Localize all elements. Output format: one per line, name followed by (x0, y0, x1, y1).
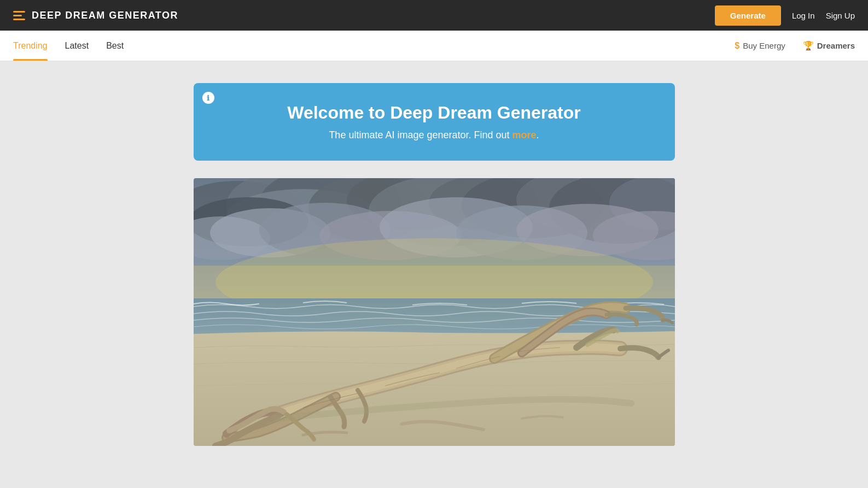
welcome-title: Welcome to Deep Dream Generator (220, 103, 649, 123)
logo-area: DEEP DREAM GENERATOR (13, 10, 178, 21)
tab-best[interactable]: Best (106, 31, 124, 61)
dreamers-link[interactable]: 🏆 Dreamers (803, 40, 855, 51)
info-icon: ℹ (202, 92, 214, 104)
more-link[interactable]: more (512, 130, 537, 140)
trophy-icon: 🏆 (803, 40, 814, 51)
welcome-banner: ℹ Welcome to Deep Dream Generator The ul… (194, 83, 675, 161)
generate-button[interactable]: Generate (715, 5, 781, 26)
welcome-subtitle: The ultimate AI image generator. Find ou… (220, 130, 649, 141)
signup-link[interactable]: Sign Up (826, 11, 855, 20)
hero-image-container (194, 178, 675, 446)
secondary-nav: Trending Latest Best $ Buy Energy 🏆 Drea… (0, 31, 868, 61)
main-content: ℹ Welcome to Deep Dream Generator The ul… (0, 61, 868, 468)
buy-energy-link[interactable]: $ Buy Energy (735, 41, 785, 51)
dollar-icon: $ (735, 41, 739, 51)
hamburger-menu-icon[interactable] (13, 11, 25, 20)
nav-right: Generate Log In Sign Up (715, 5, 855, 26)
tab-latest[interactable]: Latest (65, 31, 89, 61)
hero-image (194, 178, 675, 446)
logo-text: DEEP DREAM GENERATOR (32, 10, 178, 21)
nav-right-links: $ Buy Energy 🏆 Dreamers (735, 40, 855, 51)
top-nav: DEEP DREAM GENERATOR Generate Log In Sig… (0, 0, 868, 31)
nav-tabs: Trending Latest Best (13, 31, 124, 61)
hero-svg (194, 178, 675, 446)
login-link[interactable]: Log In (792, 11, 815, 20)
tab-trending[interactable]: Trending (13, 31, 48, 61)
